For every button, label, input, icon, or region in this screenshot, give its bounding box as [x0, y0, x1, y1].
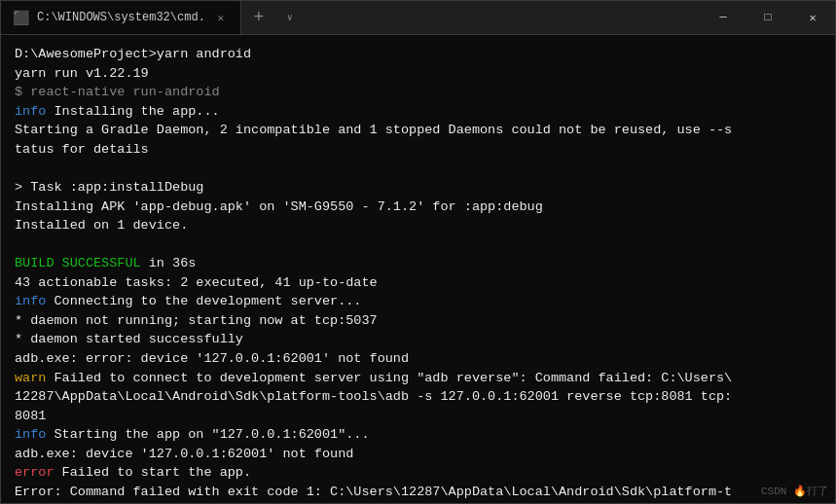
- terminal-text: Failed to start the app.: [55, 465, 252, 480]
- tab-dropdown-button[interactable]: ∨: [276, 1, 304, 34]
- window-controls: ─ □ ✕: [701, 1, 835, 34]
- terminal-line: [15, 159, 821, 178]
- terminal-text: yarn run v1.22.19: [15, 66, 149, 81]
- terminal-line: error Failed to start the app.: [15, 463, 821, 483]
- terminal-text: info: [15, 294, 46, 308]
- terminal-line: tatus for details: [15, 140, 821, 160]
- terminal-text: 8081: [15, 409, 46, 423]
- terminal-text: Installed on 1 device.: [15, 218, 188, 233]
- terminal-text: tatus for details: [15, 142, 149, 157]
- tab-area: ⬛ C:\WINDOWS\system32\cmd. ✕ + ∨: [1, 1, 701, 34]
- terminal-line: adb.exe: device '127.0.0.1:62001' not fo…: [15, 445, 821, 464]
- terminal-text: Error: Command failed with exit code 1: …: [15, 485, 732, 499]
- terminal-text: info: [15, 427, 46, 442]
- tab-close-button[interactable]: ✕: [213, 10, 229, 25]
- terminal-text: 43 actionable tasks: 2 executed, 41 up-t…: [15, 275, 378, 290]
- terminal-text: Starting a Gradle Daemon, 2 incompatible…: [15, 123, 732, 137]
- terminal-line: Starting a Gradle Daemon, 2 incompatible…: [15, 121, 821, 140]
- terminal-line: BUILD SUCCESSFUL in 36s: [15, 254, 821, 273]
- terminal-text: Connecting to the development server...: [46, 294, 361, 308]
- tab-terminal-icon: ⬛: [13, 10, 29, 26]
- terminal-text: $ react-native run-android: [15, 85, 220, 99]
- terminal-text: Failed to connect to development server …: [46, 371, 732, 385]
- tab-title: C:\WINDOWS\system32\cmd.: [37, 11, 205, 24]
- active-tab[interactable]: ⬛ C:\WINDOWS\system32\cmd. ✕: [1, 1, 241, 34]
- terminal-window: ⬛ C:\WINDOWS\system32\cmd. ✕ + ∨ ─ □ ✕ D…: [0, 0, 836, 504]
- terminal-line: yarn run v1.22.19: [15, 64, 821, 84]
- maximize-button[interactable]: □: [745, 1, 790, 34]
- new-tab-button[interactable]: +: [241, 1, 276, 34]
- terminal-text: D:\AwesomeProject>yarn android: [15, 47, 251, 61]
- watermark: CSDN 🔥打了: [761, 484, 828, 498]
- terminal-text: adb.exe: device '127.0.0.1:62001' not fo…: [15, 447, 353, 461]
- close-button[interactable]: ✕: [790, 1, 835, 34]
- terminal-line: Installed on 1 device.: [15, 216, 821, 235]
- terminal-text: in 36s: [141, 256, 197, 270]
- terminal-line: $ react-native run-android: [15, 83, 821, 102]
- terminal-text: warn: [15, 371, 46, 385]
- terminal-text: adb.exe: error: device '127.0.0.1:62001'…: [15, 351, 409, 366]
- terminal-line: Installing APK 'app-debug.apk' on 'SM-G9…: [15, 198, 821, 217]
- terminal-line: 8081: [15, 407, 821, 426]
- terminal-line: Error: Command failed with exit code 1: …: [15, 483, 821, 502]
- terminal-line: warn Failed to connect to development se…: [15, 369, 821, 388]
- terminal-text: * daemon started successfully: [15, 332, 243, 346]
- terminal-output: D:\AwesomeProject>yarn androidyarn run v…: [1, 35, 835, 503]
- terminal-line: 43 actionable tasks: 2 executed, 41 up-t…: [15, 273, 821, 293]
- terminal-line: info Starting the app on "127.0.0.1:6200…: [15, 425, 821, 445]
- terminal-line: * daemon started successfully: [15, 330, 821, 349]
- terminal-text: Installing the app...: [46, 104, 219, 119]
- terminal-text: Starting the app on "127.0.0.1:62001"...: [46, 427, 369, 442]
- terminal-text: 12287\AppData\Local\Android\Sdk\platform…: [15, 389, 732, 404]
- terminal-line: > Task :app:installDebug: [15, 178, 821, 198]
- terminal-line: D:\AwesomeProject>yarn android: [15, 45, 821, 64]
- terminal-text: error: [15, 465, 55, 480]
- titlebar: ⬛ C:\WINDOWS\system32\cmd. ✕ + ∨ ─ □ ✕: [1, 1, 835, 35]
- terminal-line: info Connecting to the development serve…: [15, 292, 821, 311]
- terminal-text: * daemon not running; starting now at tc…: [15, 313, 378, 328]
- terminal-text: info: [15, 104, 46, 119]
- terminal-line: 12287\AppData\Local\Android\Sdk\platform…: [15, 387, 821, 407]
- minimize-button[interactable]: ─: [701, 1, 745, 34]
- terminal-line: [15, 235, 821, 255]
- terminal-line: * daemon not running; starting now at tc…: [15, 311, 821, 331]
- terminal-line: info Installing the app...: [15, 102, 821, 122]
- terminal-line: adb.exe: error: device '127.0.0.1:62001'…: [15, 349, 821, 369]
- terminal-text: BUILD SUCCESSFUL: [15, 256, 141, 270]
- terminal-text: Installing APK 'app-debug.apk' on 'SM-G9…: [15, 199, 543, 214]
- terminal-text: > Task :app:installDebug: [15, 180, 203, 195]
